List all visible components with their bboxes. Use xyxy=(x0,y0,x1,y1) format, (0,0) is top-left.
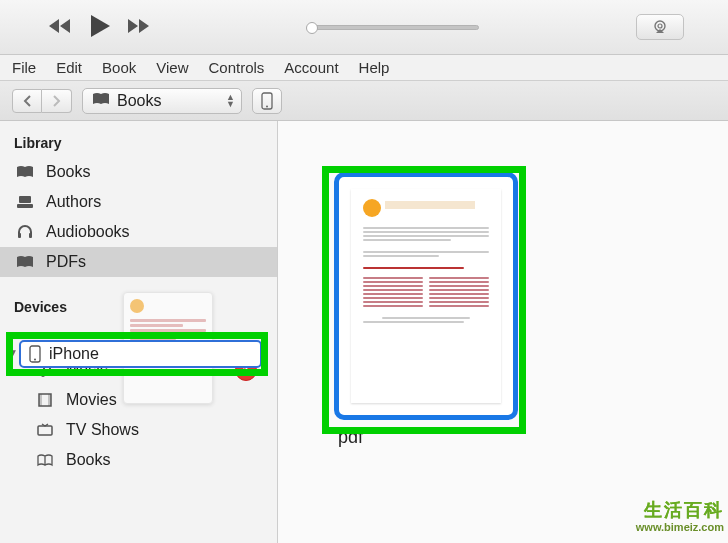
pdf-label: pdf xyxy=(338,427,363,448)
device-button[interactable] xyxy=(252,88,282,114)
menu-bar: File Edit Book View Controls Account Hel… xyxy=(0,55,728,81)
device-label: iPhone xyxy=(49,345,99,363)
headphones-icon xyxy=(14,224,36,240)
watermark-url: www.bimeiz.com xyxy=(636,521,724,534)
pdf-thumbnail[interactable] xyxy=(334,172,518,420)
library-header: Library xyxy=(0,131,277,157)
back-button[interactable] xyxy=(12,89,42,113)
library-dropdown[interactable]: Books ▲▼ xyxy=(82,88,242,114)
menu-account[interactable]: Account xyxy=(284,59,338,76)
nav-buttons xyxy=(12,89,72,113)
chevron-updown-icon: ▲▼ xyxy=(226,94,235,108)
svg-rect-7 xyxy=(29,233,32,238)
sidebar-item-label: Books xyxy=(46,163,90,181)
sidebar-item-tvshows[interactable]: TV Shows xyxy=(0,415,277,445)
airplay-button[interactable] xyxy=(636,14,684,40)
svg-point-13 xyxy=(34,359,36,361)
sidebar-item-books[interactable]: Books xyxy=(0,157,277,187)
sidebar-item-label: TV Shows xyxy=(66,421,139,439)
typewriter-icon xyxy=(14,194,36,210)
watermark: 生活百科 www.bimeiz.com xyxy=(592,495,724,539)
svg-rect-6 xyxy=(18,233,21,238)
sidebar-item-audiobooks[interactable]: Audiobooks xyxy=(0,217,277,247)
menu-file[interactable]: File xyxy=(12,59,36,76)
book-icon xyxy=(91,92,111,110)
main-area: Library Books Authors Audiobooks PDFs De… xyxy=(0,121,728,543)
svg-point-3 xyxy=(266,105,268,107)
svg-rect-11 xyxy=(38,426,52,435)
menu-edit[interactable]: Edit xyxy=(56,59,82,76)
playback-toolbar xyxy=(0,0,728,55)
menu-help[interactable]: Help xyxy=(359,59,390,76)
playback-controls xyxy=(48,13,152,42)
dropdown-label: Books xyxy=(117,92,161,110)
sidebar-item-pdfs[interactable]: PDFs xyxy=(0,247,277,277)
book-icon xyxy=(14,255,36,269)
sidebar-item-authors[interactable]: Authors xyxy=(0,187,277,217)
svg-rect-5 xyxy=(17,204,33,208)
sidebar-item-label: Audiobooks xyxy=(46,223,130,241)
sidebar-item-label: Books xyxy=(66,451,110,469)
watermark-text: 生活百科 xyxy=(644,500,724,522)
forward-button[interactable] xyxy=(42,89,72,113)
sidebar-item-device-books[interactable]: Books xyxy=(0,445,277,475)
previous-icon[interactable] xyxy=(48,17,74,38)
svg-rect-4 xyxy=(19,196,31,203)
svg-rect-9 xyxy=(39,394,42,406)
sidebar-item-label: PDFs xyxy=(46,253,86,271)
menu-book[interactable]: Book xyxy=(102,59,136,76)
sidebar-item-iphone[interactable]: iPhone xyxy=(19,340,262,368)
svg-rect-10 xyxy=(48,394,51,406)
svg-point-1 xyxy=(658,24,662,28)
sidebar-item-label: Authors xyxy=(46,193,101,211)
menu-view[interactable]: View xyxy=(156,59,188,76)
tv-icon xyxy=(34,423,56,437)
phone-icon xyxy=(29,345,41,363)
book-open-icon xyxy=(34,453,56,467)
film-icon xyxy=(34,392,56,408)
next-icon[interactable] xyxy=(126,17,152,38)
disclosure-triangle-icon[interactable]: ▼ xyxy=(8,347,18,358)
content-area: pdf xyxy=(278,121,728,543)
book-icon xyxy=(14,165,36,179)
menu-controls[interactable]: Controls xyxy=(208,59,264,76)
navigation-toolbar: Books ▲▼ xyxy=(0,81,728,121)
sidebar-item-label: Movies xyxy=(66,391,117,409)
volume-slider[interactable] xyxy=(162,25,626,30)
play-icon[interactable] xyxy=(88,13,112,42)
